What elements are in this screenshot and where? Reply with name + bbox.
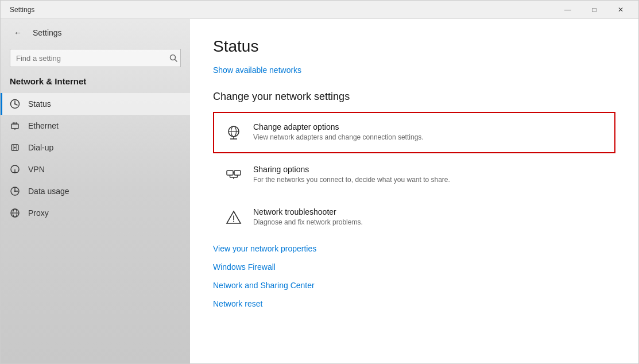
sharing-options-title: Sharing options — [253, 165, 450, 174]
close-button[interactable]: ✕ — [607, 1, 634, 19]
troubleshooter-icon — [223, 207, 244, 228]
troubleshooter-desc: Diagnose and fix network problems. — [253, 218, 363, 226]
svg-point-12 — [14, 147, 16, 149]
sharing-options-desc: For the networks you connect to, decide … — [253, 176, 450, 184]
show-networks-link[interactable]: Show available networks — [213, 65, 301, 75]
sidebar-item-dialup-label: Dial-up — [28, 143, 53, 152]
search-box — [10, 49, 181, 67]
vpn-icon — [10, 164, 20, 175]
sidebar-item-vpn[interactable]: VPN — [1, 158, 190, 180]
sidebar-title: Settings — [33, 28, 62, 37]
troubleshooter-content: Network troubleshooter Diagnose and fix … — [253, 207, 363, 226]
sidebar-item-proxy[interactable]: Proxy — [1, 202, 190, 224]
svg-line-1 — [175, 60, 177, 62]
search-icon — [169, 54, 177, 62]
sidebar-section-title: Network & Internet — [1, 74, 190, 93]
change-adapter-icon — [223, 122, 244, 143]
sidebar-item-ethernet[interactable]: Ethernet — [1, 115, 190, 137]
content-area: ← Settings Network & Internet — [1, 19, 638, 363]
dialup-icon — [10, 142, 20, 153]
svg-rect-25 — [227, 171, 233, 175]
data-usage-icon — [10, 186, 20, 196]
maximize-button[interactable]: □ — [581, 1, 607, 19]
back-icon: ← — [14, 28, 22, 37]
change-adapter-content: Change adapter options View network adap… — [253, 122, 424, 141]
page-title: Status — [213, 37, 615, 56]
search-icon-button[interactable] — [169, 54, 177, 62]
proxy-icon — [10, 208, 20, 218]
network-sharing-center-link[interactable]: Network and Sharing Center — [213, 276, 615, 295]
network-reset-link[interactable]: Network reset — [213, 295, 615, 313]
back-button[interactable]: ← — [10, 25, 26, 41]
sidebar-item-status-label: Status — [28, 99, 51, 109]
window-title: Settings — [5, 6, 555, 14]
sidebar-item-data-usage[interactable]: Data usage — [1, 180, 190, 202]
svg-point-16 — [14, 191, 16, 192]
sidebar-header: ← Settings — [1, 19, 190, 47]
svg-rect-4 — [11, 124, 18, 129]
troubleshooter-title: Network troubleshooter — [253, 207, 363, 216]
main-content: Status Show available networks Change yo… — [190, 19, 638, 331]
nav-items: Status Ethernet — [1, 93, 190, 224]
sidebar-item-vpn-label: VPN — [28, 165, 45, 174]
svg-point-3 — [14, 103, 16, 104]
change-adapter-card[interactable]: Change adapter options View network adap… — [213, 112, 615, 153]
sidebar-item-proxy-label: Proxy — [28, 208, 49, 218]
change-adapter-desc: View network adapters and change connect… — [253, 133, 424, 141]
sharing-options-card[interactable]: Sharing options For the networks you con… — [213, 154, 615, 196]
windows-firewall-link[interactable]: Windows Firewall — [213, 258, 615, 276]
main-wrapper: Status Show available networks Change yo… — [190, 19, 638, 363]
sidebar-item-status[interactable]: Status — [1, 93, 190, 115]
sidebar: ← Settings Network & Internet — [1, 19, 190, 363]
section-heading: Change your network settings — [213, 91, 615, 103]
status-icon — [10, 99, 20, 109]
change-adapter-title: Change adapter options — [253, 122, 424, 131]
view-network-properties-link[interactable]: View your network properties — [213, 239, 615, 258]
titlebar: Settings — □ ✕ — [1, 1, 638, 19]
sharing-options-content: Sharing options For the networks you con… — [253, 165, 450, 184]
settings-window: Settings — □ ✕ ← Settings — [0, 0, 639, 364]
sidebar-item-dialup[interactable]: Dial-up — [1, 137, 190, 158]
svg-point-33 — [233, 221, 234, 222]
window-controls: — □ ✕ — [555, 1, 634, 19]
ethernet-icon — [10, 121, 20, 131]
sidebar-item-data-usage-label: Data usage — [28, 187, 69, 196]
sharing-options-icon — [223, 165, 244, 185]
search-input[interactable] — [10, 49, 181, 67]
sidebar-item-ethernet-label: Ethernet — [28, 121, 59, 130]
minimize-button[interactable]: — — [555, 1, 581, 19]
svg-rect-26 — [234, 171, 241, 175]
troubleshooter-card[interactable]: Network troubleshooter Diagnose and fix … — [213, 197, 615, 238]
